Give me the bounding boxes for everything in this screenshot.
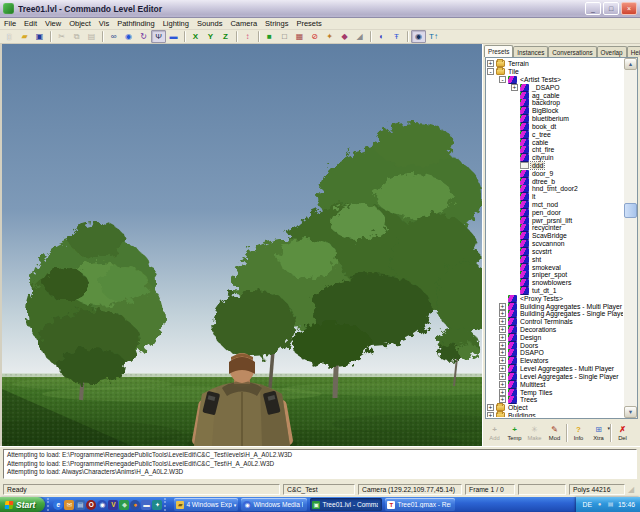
tree-item[interactable]: + Design [487, 333, 623, 341]
toolbar-button-icon[interactable]: ◉ [411, 30, 426, 43]
toolbar-button-icon[interactable]: ✂ [54, 30, 69, 43]
tree-expand-toggle[interactable]: + [499, 326, 506, 333]
toolbar-button-icon[interactable]: ▣ [32, 30, 47, 43]
quick-launch-icon[interactable]: ◉ [97, 500, 107, 510]
tree-item[interactable]: scvstrt [487, 248, 623, 256]
tree-item[interactable]: <Proxy Tests> [487, 294, 623, 302]
tree-item[interactable]: dtree_b [487, 177, 623, 185]
tree-item[interactable]: hnd_tmt_door2 [487, 185, 623, 193]
tree-expand-toggle[interactable]: + [487, 412, 494, 417]
tree-item[interactable]: book_dt [487, 123, 623, 131]
tree-expand-toggle[interactable]: - [487, 68, 494, 75]
tree-item[interactable]: sht [487, 255, 623, 263]
tree-expand-toggle[interactable]: + [499, 334, 506, 341]
tree-scrollbar[interactable]: ▲ ▼ [624, 58, 637, 418]
preset-action-button[interactable]: ✎ Mod [545, 421, 564, 445]
tree-expand-toggle[interactable]: + [499, 389, 506, 396]
tree-item[interactable]: - <Artist Tests> [487, 76, 623, 84]
tree-item[interactable]: mct_nod [487, 201, 623, 209]
quick-launch-icon[interactable]: ▤ [75, 500, 85, 510]
tree-item[interactable]: lt [487, 193, 623, 201]
tree-item[interactable]: + Temp Tiles [487, 388, 623, 396]
tree-item[interactable]: BigBlock [487, 107, 623, 115]
tree-item[interactable]: recycinter [487, 224, 623, 232]
tree-item[interactable]: snowblowers [487, 279, 623, 287]
scroll-up-button[interactable]: ▲ [624, 58, 637, 70]
start-button[interactable]: Start [0, 497, 45, 512]
tree-item[interactable]: scvcannon [487, 240, 623, 248]
close-button[interactable]: × [621, 2, 637, 15]
tree-expand-toggle[interactable]: + [499, 381, 506, 388]
tree-item[interactable]: + Trees [487, 396, 623, 404]
quick-launch-icon[interactable]: ▬ [141, 500, 151, 510]
preset-action-button[interactable]: + Add [485, 421, 504, 445]
tree-expand-toggle[interactable]: + [487, 404, 494, 411]
menu-item[interactable]: Presets [292, 19, 325, 28]
menu-item[interactable]: Strings [261, 19, 292, 28]
tree-item[interactable]: + Decorations [487, 326, 623, 334]
language-indicator[interactable]: DE [583, 501, 592, 508]
maximize-button[interactable]: □ [603, 2, 619, 15]
toolbar-button-icon[interactable]: ◉ [121, 30, 136, 43]
tree-item[interactable]: pen_door [487, 208, 623, 216]
tree-expand-toggle[interactable]: + [487, 60, 494, 67]
toolbar-button-icon[interactable]: ◢ [352, 30, 367, 43]
tree-expand-toggle[interactable]: + [499, 318, 506, 325]
tray-icon[interactable]: ● [595, 500, 604, 509]
toolbar-button-icon[interactable]: ■ [262, 30, 277, 43]
toolbar-button-icon[interactable]: ▯ [2, 30, 17, 43]
tree-expand-toggle[interactable]: + [511, 84, 518, 91]
tree-expand-toggle[interactable]: + [499, 349, 506, 356]
scroll-down-button[interactable]: ▼ [624, 406, 637, 418]
tree-item[interactable]: tut_dt_1 [487, 287, 623, 295]
tree-item[interactable]: pwr_prsnl_lift [487, 216, 623, 224]
toolbar-button-icon[interactable]: ▰ [17, 30, 32, 43]
taskbar-button[interactable]: ◉ Windows Media Player [241, 498, 307, 511]
quick-launch-icon[interactable]: V [108, 500, 118, 510]
panel-tab[interactable]: Overlap [597, 46, 627, 57]
tree-item[interactable]: + Control Terminals [487, 318, 623, 326]
tree-expand-toggle[interactable]: + [499, 373, 506, 380]
toolbar-button-icon[interactable]: ∞ [106, 30, 121, 43]
tree-expand-toggle[interactable]: + [499, 303, 506, 310]
preset-action-button[interactable]: ? Info [569, 421, 588, 445]
menu-item[interactable]: Vis [95, 19, 113, 28]
toolbar-button-icon[interactable] [50, 31, 51, 42]
toolbar-button-icon[interactable]: ↕ [240, 30, 255, 43]
toolbar-button-icon[interactable] [407, 31, 408, 42]
tree-item[interactable]: - Tile [487, 68, 623, 76]
quick-launch-icon[interactable]: ● [130, 500, 140, 510]
panel-tab[interactable]: Presets [484, 45, 513, 57]
toolbar-button-icon[interactable] [184, 31, 185, 42]
toolbar-button-icon[interactable] [102, 31, 103, 42]
menu-item[interactable]: Object [65, 19, 95, 28]
tree-item[interactable]: + Building Aggregates - Multi Player [487, 302, 623, 310]
tree-item[interactable]: + DSAPO [487, 349, 623, 357]
tree-item[interactable]: + Buildings [487, 412, 623, 417]
tree-item[interactable]: backdrop [487, 99, 623, 107]
menu-item[interactable]: View [41, 19, 65, 28]
tree-item[interactable]: + Elevators [487, 357, 623, 365]
tree-item[interactable]: c_tree [487, 130, 623, 138]
toolbar-button-icon[interactable]: ↻ [136, 30, 151, 43]
quick-launch-icon[interactable]: ◆ [119, 500, 129, 510]
preset-action-button[interactable] [565, 421, 568, 445]
quick-launch-icon[interactable]: ✉ [64, 500, 74, 510]
tree-expand-toggle[interactable]: + [499, 310, 506, 317]
toolbar-button-icon[interactable]: ◐ [374, 30, 389, 43]
preset-action-button[interactable]: ✳ Make [525, 421, 544, 445]
tree-item[interactable]: ag_cable [487, 91, 623, 99]
panel-tab[interactable]: Heightfield [627, 46, 640, 57]
toolbar-button-icon[interactable]: ◆ [337, 30, 352, 43]
tree-item[interactable]: sniper_spot [487, 271, 623, 279]
menu-item[interactable]: Sounds [193, 19, 226, 28]
toolbar-button-icon[interactable]: T↑ [426, 30, 441, 43]
tree-expand-toggle[interactable]: + [499, 357, 506, 364]
quick-launch-icon[interactable]: e [53, 500, 63, 510]
tree-item[interactable]: + Object [487, 404, 623, 412]
toolbar-button-icon[interactable]: Z [218, 30, 233, 43]
tree-expand-toggle[interactable]: - [499, 76, 506, 83]
menu-item[interactable]: File [0, 19, 20, 28]
toolbar-button-icon[interactable] [236, 31, 237, 42]
toolbar-button-icon[interactable]: Ŧ [389, 30, 404, 43]
